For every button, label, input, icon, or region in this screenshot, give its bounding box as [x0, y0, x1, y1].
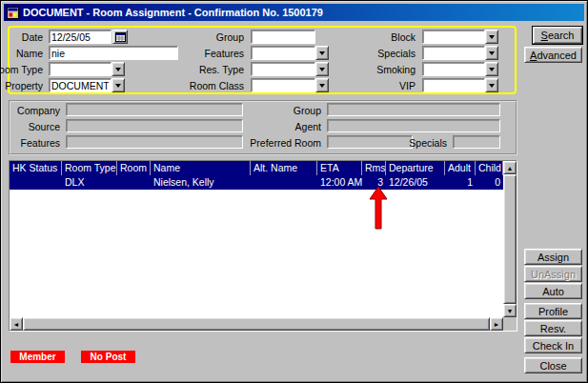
cell-adult: 1	[445, 175, 476, 190]
vertical-scroll-thumb[interactable]	[503, 174, 517, 304]
horizontal-scrollbar[interactable]: ◄ ►	[10, 317, 503, 331]
source-label: Source	[29, 121, 60, 132]
results-grid: HK Status Room Type Room Name Alt. Name …	[9, 160, 517, 332]
scroll-down-button[interactable]: ▼	[503, 304, 517, 317]
agent-value	[327, 119, 500, 132]
info-features-label: Features	[21, 137, 60, 149]
column-header-room-type: Room Type	[62, 161, 117, 175]
info-specials-value	[453, 135, 500, 149]
room-class-dropdown-button[interactable]	[315, 78, 329, 92]
column-header-rms: Rms	[362, 161, 386, 175]
date-calendar-button[interactable]	[112, 30, 128, 44]
group-input[interactable]	[251, 30, 315, 44]
profile-button[interactable]: Profile	[524, 303, 582, 319]
cell-departure: 12/26/05	[386, 175, 445, 190]
check-in-button[interactable]: Check In	[524, 337, 582, 353]
company-label: Company	[17, 105, 60, 116]
specials-label: Specials	[377, 48, 416, 59]
vip-input[interactable]	[422, 78, 485, 92]
features-label: Features	[205, 48, 244, 59]
cell-eta: 12:00 AM	[317, 175, 362, 190]
date-input[interactable]	[49, 30, 112, 44]
chevron-down-icon	[319, 68, 325, 71]
vip-dropdown-button[interactable]	[485, 78, 498, 92]
chevron-down-icon	[115, 68, 121, 71]
calendar-icon	[115, 31, 126, 42]
features-input[interactable]	[251, 46, 315, 60]
block-input[interactable]	[422, 30, 485, 44]
room-type-input[interactable]	[49, 62, 112, 76]
specials-input[interactable]	[422, 46, 485, 60]
resv-button[interactable]: Resv.	[524, 320, 582, 336]
column-header-name: Name	[151, 161, 251, 175]
unassign-button: UnAssign	[524, 266, 582, 282]
smoking-input[interactable]	[422, 62, 485, 76]
no-post-badge: No Post	[81, 351, 135, 363]
property-label: Property	[5, 80, 43, 91]
date-label: Date	[22, 31, 43, 43]
window-icon	[7, 7, 19, 19]
chevron-down-icon	[489, 84, 495, 88]
features-dropdown-button[interactable]	[315, 46, 329, 60]
specials-dropdown-button[interactable]	[485, 46, 498, 60]
cell-hk-status	[10, 175, 62, 190]
room-type-label: Room Type	[0, 64, 43, 75]
chevron-down-icon	[319, 84, 325, 88]
column-header-room: Room	[117, 161, 151, 175]
chevron-down-icon	[489, 51, 495, 55]
res-type-label: Res. Type	[199, 64, 244, 75]
column-header-alt-name: Alt. Name	[251, 161, 317, 175]
info-group-label: Group	[294, 105, 321, 116]
chevron-down-icon	[489, 35, 495, 39]
smoking-dropdown-button[interactable]	[485, 62, 498, 76]
block-label: Block	[391, 31, 416, 43]
info-features-value	[66, 135, 243, 149]
cell-name: Nielsen, Kelly	[151, 175, 251, 190]
info-group-value	[327, 103, 500, 116]
room-class-input[interactable]	[251, 78, 315, 92]
agent-label: Agent	[295, 121, 321, 132]
annotation-arrow-icon	[368, 186, 389, 230]
assign-button[interactable]: Assign	[524, 249, 582, 265]
horizontal-scroll-thumb[interactable]	[23, 317, 490, 331]
room-type-dropdown-button[interactable]	[112, 62, 125, 76]
name-input[interactable]	[49, 46, 178, 60]
room-class-label: Room Class	[190, 80, 244, 91]
table-row[interactable]: DLX Nielsen, Kelly 12:00 AM 3 12/26/05 1…	[10, 175, 503, 190]
cell-child: 0	[476, 175, 503, 190]
auto-button[interactable]: Auto	[524, 283, 582, 299]
close-button[interactable]: Close	[524, 357, 582, 373]
property-input[interactable]	[49, 78, 112, 92]
titlebar[interactable]: DOCUMENT - Room Assignment - Confirmatio…	[4, 4, 584, 21]
source-value	[66, 119, 243, 132]
column-header-departure: Departure	[386, 161, 445, 175]
chevron-down-icon	[489, 68, 495, 71]
res-type-dropdown-button[interactable]	[315, 62, 329, 76]
member-badge: Member	[10, 351, 65, 363]
name-label: Name	[16, 48, 43, 59]
advanced-button[interactable]: Advanced	[524, 47, 582, 63]
scroll-up-button[interactable]: ▲	[503, 161, 517, 174]
scroll-right-button[interactable]: ►	[490, 317, 503, 331]
column-header-adult: Adult	[445, 161, 476, 175]
window-title: DOCUMENT - Room Assignment - Confirmatio…	[23, 7, 323, 18]
vertical-scrollbar[interactable]: ▲ ▼	[503, 161, 517, 317]
grid-body: DLX Nielsen, Kelly 12:00 AM 3 12/26/05 1…	[10, 175, 503, 317]
cell-room-type: DLX	[62, 175, 117, 190]
smoking-label: Smoking	[376, 64, 416, 75]
room-assignment-window: DOCUMENT - Room Assignment - Confirmatio…	[0, 0, 588, 383]
company-value	[66, 103, 243, 116]
group-label: Group	[216, 31, 244, 43]
cell-room	[117, 175, 151, 190]
preferred-room-label: Preferred Room	[250, 137, 321, 149]
chevron-down-icon	[319, 51, 325, 55]
chevron-down-icon	[115, 84, 121, 88]
scroll-left-button[interactable]: ◄	[10, 317, 23, 331]
block-dropdown-button[interactable]	[485, 30, 498, 44]
column-header-child: Child	[476, 161, 503, 175]
property-dropdown-button[interactable]	[112, 78, 125, 92]
res-type-input[interactable]	[251, 62, 315, 76]
vip-label: VIP	[399, 80, 416, 91]
info-specials-label: Specials	[409, 137, 447, 149]
search-button[interactable]: Search	[533, 27, 582, 44]
